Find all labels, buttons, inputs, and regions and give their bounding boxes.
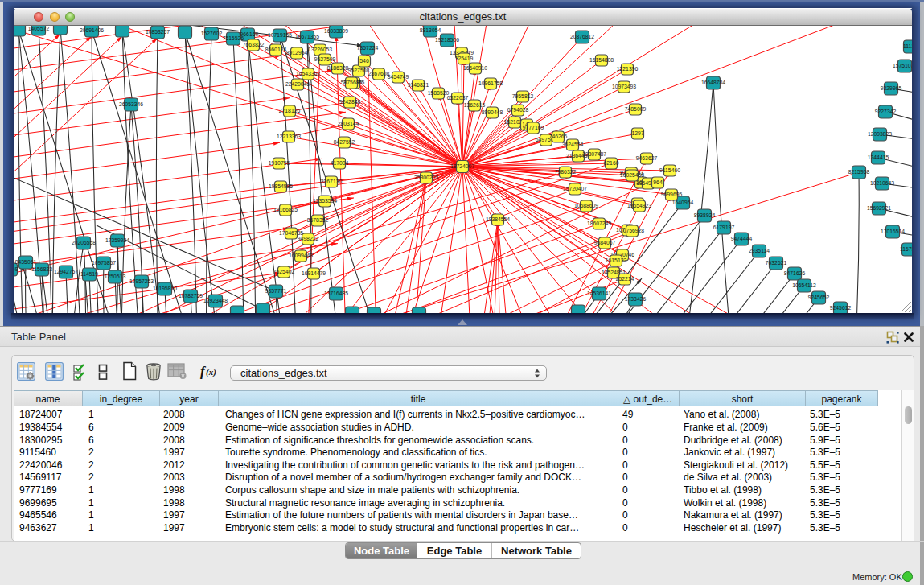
svg-text:125419: 125419 [455,56,474,61]
svg-text:8435061: 8435061 [15,259,37,265]
svg-text:8678352: 8678352 [307,217,329,223]
svg-text:7485009: 7485009 [625,106,647,112]
svg-text:5875685: 5875685 [341,80,363,85]
svg-text:10025458: 10025458 [620,172,644,178]
svg-text:12923448: 12923448 [203,298,228,303]
svg-text:10807487: 10807487 [582,151,606,157]
svg-text:16914479: 16914479 [302,270,326,276]
svg-text:7357224: 7357224 [357,45,379,51]
svg-text:16543362: 16543362 [296,71,320,76]
svg-text:15751074: 15751074 [893,63,912,68]
svg-text:16648784: 16648784 [701,80,725,85]
svg-text:7625402: 7625402 [273,269,295,274]
svg-text:62160: 62160 [604,160,619,166]
svg-text:9245652: 9245652 [808,295,830,300]
svg-text:12213363: 12213363 [277,134,301,139]
svg-text:10853257: 10853257 [146,29,170,35]
svg-text:8660124: 8660124 [265,47,287,52]
svg-text:7955812: 7955812 [512,93,534,99]
svg-text:8938924: 8938924 [694,212,716,218]
svg-text:8813054: 8813054 [420,27,441,33]
svg-text:22420046: 22420046 [285,81,310,87]
svg-text:8186328: 8186328 [327,65,349,71]
svg-text:19654923: 19654923 [627,203,651,208]
svg-text:16782759: 16782759 [179,293,203,299]
svg-text:1297: 1297 [631,130,643,136]
svg-text:13226053: 13226053 [308,47,332,52]
svg-text:1244415: 1244415 [868,154,889,160]
svg-text:12353594: 12353594 [313,198,337,204]
svg-text:6794028: 6794028 [507,107,529,113]
svg-text:252214: 252214 [616,276,634,282]
svg-text:9498222: 9498222 [298,236,319,241]
svg-text:17016514: 17016514 [881,229,905,234]
svg-text:17957253: 17957253 [129,278,154,284]
svg-text:10719155: 10719155 [268,32,292,38]
svg-text:2803144: 2803144 [338,121,359,126]
svg-text:8990448: 8990448 [482,109,503,115]
svg-text:116753: 116753 [900,246,912,252]
svg-text:7632621: 7632621 [766,260,787,266]
svg-text:16154808: 16154808 [589,57,614,63]
svg-text:1362615: 1362615 [464,102,486,108]
svg-text:7515526: 7515526 [223,35,244,41]
svg-text:9857771: 9857771 [265,288,287,294]
svg-text:6322037: 6322037 [447,95,469,101]
svg-text:12093823: 12093823 [868,131,892,137]
svg-text:114519: 114519 [80,271,98,277]
svg-text:3624554: 3624554 [562,142,584,147]
svg-text:9242848: 9242848 [339,99,361,105]
svg-text:(x): (x) [206,367,216,377]
svg-text:9146821: 9146821 [408,82,429,88]
svg-text:1221396: 1221396 [617,66,639,72]
svg-text:417004: 417004 [331,160,349,166]
svg-text:9115460: 9115460 [659,167,680,173]
svg-text:15720407: 15720407 [563,186,587,192]
svg-text:25300203: 25300203 [414,175,438,180]
svg-text:8427552: 8427552 [334,139,355,145]
svg-text:10975857: 10975857 [92,260,116,266]
svg-text:12942757: 12942757 [54,269,78,274]
svg-text:39159: 39159 [14,266,18,272]
svg-text:7663822: 7663822 [243,42,265,47]
svg-text:1615132: 1615132 [606,257,627,263]
svg-text:16640910: 16640910 [463,65,487,71]
svg-text:20206558: 20206558 [72,240,96,245]
svg-text:746266: 746266 [549,134,568,139]
svg-text:17046785: 17046785 [279,230,303,236]
svg-text:9474444: 9474444 [731,236,753,241]
svg-text:9245612: 9245612 [830,305,852,311]
svg-text:1156823: 1156823 [31,266,52,272]
svg-text:9777169: 9777169 [523,125,544,130]
svg-text:19166825: 19166825 [273,207,298,212]
svg-text:10756928: 10756928 [620,228,644,233]
svg-text:16099443: 16099443 [289,253,313,258]
svg-text:1733426: 1733426 [625,296,647,302]
svg-text:8215958: 8215958 [848,169,870,175]
svg-text:20691406: 20691406 [80,27,104,33]
svg-text:14536141: 14536141 [587,290,611,296]
svg-text:1405572: 1405572 [28,26,50,31]
svg-text:9329965: 9329965 [881,85,902,91]
svg-text:16671355: 16671355 [295,34,319,39]
svg-text:16033809: 16033809 [324,28,348,34]
svg-text:20876812: 20876812 [570,34,594,39]
svg-text:7986322: 7986322 [555,169,577,175]
svg-text:1910755: 1910755 [269,160,290,166]
svg-text:17359924: 17359924 [105,237,129,243]
svg-text:2935114: 2935114 [749,248,770,253]
svg-text:15692921: 15692921 [867,205,891,211]
svg-text:10973493: 10973493 [612,84,636,89]
svg-text:2867608: 2867608 [368,71,390,76]
svg-text:9227342: 9227342 [875,109,897,114]
svg-text:546: 546 [359,58,369,64]
svg-text:19218506: 19218506 [435,37,459,43]
svg-text:1588520: 1588520 [428,90,450,96]
svg-text:10210643: 10210643 [870,180,894,186]
svg-text:9527508: 9527508 [348,68,370,73]
svg-text:964: 964 [653,179,663,185]
svg-text:10195810: 10195810 [153,286,177,291]
svg-text:9699695: 9699695 [661,192,683,197]
svg-text:18724007: 18724007 [450,163,474,169]
svg-text:8912954: 8912954 [286,50,308,56]
